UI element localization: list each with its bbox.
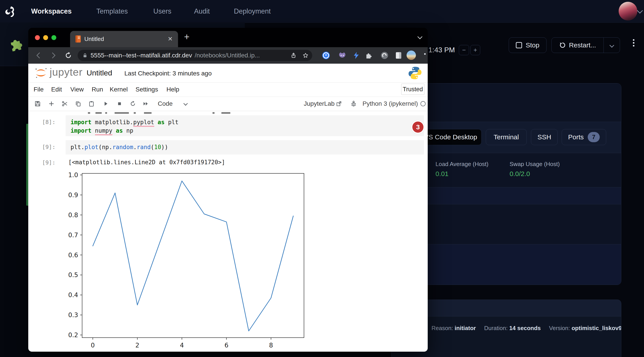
duration-label: Duration: <box>484 325 508 332</box>
terminal-label: Terminal <box>494 133 519 141</box>
load-average-label: Load Average (Host) <box>436 161 488 168</box>
debugger-bug-icon[interactable] <box>350 100 358 108</box>
restart-options-button[interactable] <box>604 38 620 53</box>
jupyter-brand: jupyter <box>50 66 82 78</box>
extension-1password-icon[interactable] <box>321 50 331 60</box>
browser-toolbar: 5555--main--test--matifali.atif.cdr.dev … <box>28 47 428 64</box>
top-navigation: Workspaces Templates Users Audit Deploym… <box>0 0 644 23</box>
nav-item-deployment[interactable]: Deployment <box>234 0 270 22</box>
terminal-button[interactable]: Terminal <box>486 129 527 145</box>
extension-speed-icon[interactable] <box>380 50 390 60</box>
interrupt-kernel-button[interactable] <box>116 100 124 108</box>
paste-cells-button[interactable] <box>88 100 96 108</box>
trusted-button[interactable]: Trusted <box>401 84 424 95</box>
back-button[interactable] <box>34 50 44 60</box>
workspace-menu-button[interactable] <box>633 38 634 48</box>
version-label: Version: <box>549 325 570 332</box>
browser-tab-bar: Untitled ✕ + <box>28 28 428 47</box>
run-cell-button[interactable] <box>102 100 110 108</box>
coder-logo-glyph <box>4 5 16 17</box>
notebook-icon <box>75 35 81 43</box>
ssh-label: SSH <box>538 133 551 141</box>
extension-count-badge[interactable]: 3 <box>411 120 424 134</box>
svg-text:0.8: 0.8 <box>68 212 78 219</box>
output-repr-text: [<matplotlib.lines.Line2D at 0x7fd03f191… <box>68 159 225 166</box>
svg-text:2: 2 <box>135 342 139 348</box>
save-button[interactable] <box>34 100 42 108</box>
menu-settings[interactable]: Settings <box>136 82 158 96</box>
ports-count-badge: 7 <box>588 132 600 142</box>
extension-bolt-icon[interactable] <box>351 50 361 60</box>
menu-file[interactable]: File <box>34 82 44 96</box>
add-cell-button[interactable] <box>48 100 56 108</box>
extension-octocat-icon[interactable] <box>337 50 347 60</box>
cell-type-chevron-icon[interactable] <box>183 101 188 106</box>
tab-title: Untitled <box>84 31 104 47</box>
restart-workspace-button[interactable]: Restart... <box>552 38 620 53</box>
stop-icon <box>516 42 522 48</box>
jupyterlab-link[interactable]: JupyterLab <box>304 96 335 111</box>
copy-cells-button[interactable] <box>74 100 82 108</box>
ports-button[interactable]: Ports 7 <box>562 129 606 145</box>
url-bar[interactable]: 5555--main--test--matifali.atif.cdr.dev … <box>78 50 312 61</box>
window-close-button[interactable] <box>35 35 40 40</box>
coder-logo[interactable] <box>4 5 16 18</box>
schedule-decrease-button[interactable]: − <box>459 45 469 55</box>
window-zoom-button[interactable] <box>52 35 56 40</box>
svg-text:0.6: 0.6 <box>68 252 78 259</box>
swap-usage-label: Swap Usage (Host) <box>510 161 560 168</box>
cell-prompt: [8]: <box>42 119 56 125</box>
schedule-increase-button[interactable]: + <box>470 45 480 55</box>
chevron-down-icon <box>609 43 614 48</box>
nav-item-users[interactable]: Users <box>153 0 171 22</box>
svg-text:0.2: 0.2 <box>68 332 78 339</box>
menu-edit[interactable]: Edit <box>51 82 62 96</box>
menu-view[interactable]: View <box>70 82 84 96</box>
run-all-button[interactable] <box>142 100 150 108</box>
reason-label: Reason: <box>432 325 453 332</box>
browser-profile-avatar[interactable] <box>406 50 416 60</box>
restart-icon <box>559 42 566 48</box>
forward-button[interactable] <box>48 50 58 60</box>
vscode-desktop-button[interactable]: VS Code Desktop <box>420 129 482 145</box>
chevron-down-icon[interactable] <box>637 8 643 14</box>
share-icon[interactable] <box>290 52 297 58</box>
cut-cells-button[interactable] <box>61 100 69 108</box>
reload-button[interactable] <box>64 50 73 60</box>
output-prompt: [9]: <box>42 159 56 166</box>
jupyter-menu-bar: File Edit View Run Kernel Settings Help … <box>28 82 428 97</box>
svg-text:0.7: 0.7 <box>68 232 78 239</box>
menu-kernel[interactable]: Kernel <box>110 82 128 96</box>
external-link-icon[interactable] <box>335 100 343 108</box>
tab-close-icon[interactable]: ✕ <box>168 31 173 47</box>
url-path: /notebooks/Untitled.ip... <box>195 52 260 59</box>
window-minimize-button[interactable] <box>43 35 48 40</box>
user-avatar[interactable] <box>619 2 637 20</box>
tab-search-chevron-icon[interactable] <box>418 34 422 40</box>
restart-label: Restart... <box>569 42 596 49</box>
matplotlib-line-chart: 0.20.30.40.50.60.70.80.91.002468 <box>68 170 317 348</box>
ssh-button[interactable]: SSH <box>531 129 558 145</box>
notebook-title[interactable]: Untitled <box>86 68 112 77</box>
nav-item-templates[interactable]: Templates <box>96 0 128 22</box>
jupyter-logo <box>34 66 48 80</box>
restart-kernel-button[interactable] <box>129 100 137 108</box>
extensions-puzzle-icon[interactable] <box>364 50 374 60</box>
bookmark-star-icon[interactable] <box>302 52 309 58</box>
new-tab-button[interactable]: + <box>184 28 190 47</box>
side-panel-icon[interactable] <box>394 50 404 60</box>
kernel-name[interactable]: Python 3 (ipykernel) <box>362 96 418 111</box>
svg-text:0.4: 0.4 <box>68 291 78 299</box>
menu-help[interactable]: Help <box>166 82 179 96</box>
svg-text:0.5: 0.5 <box>68 271 78 279</box>
menu-run[interactable]: Run <box>92 82 103 96</box>
nav-item-workspaces[interactable]: Workspaces <box>31 0 72 22</box>
cell-type-dropdown[interactable]: Code <box>158 96 173 111</box>
browser-tab[interactable]: Untitled ✕ <box>70 31 178 47</box>
svg-text:6: 6 <box>224 342 228 348</box>
browser-menu-icon[interactable] <box>420 49 428 59</box>
code-cell-plot[interactable]: plt.plot(np.random.rand(10)) <box>66 140 424 154</box>
stop-workspace-button[interactable]: Stop <box>509 38 546 53</box>
nav-item-audit[interactable]: Audit <box>194 0 210 22</box>
code-cell-imports[interactable]: import matplotlib.pyplot as pltimport nu… <box>66 115 424 136</box>
